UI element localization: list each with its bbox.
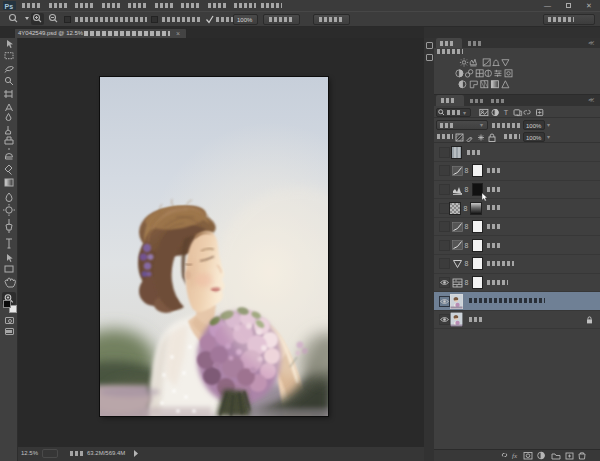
svg-text:T: T: [504, 108, 509, 116]
svg-text:fx: fx: [512, 452, 518, 460]
